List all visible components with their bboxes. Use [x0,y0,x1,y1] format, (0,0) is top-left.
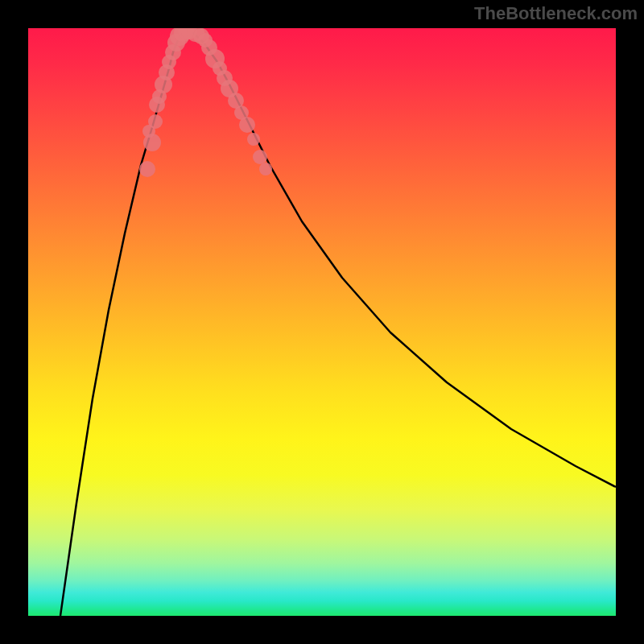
svg-point-0 [139,161,155,177]
svg-point-26 [247,133,260,146]
svg-point-3 [148,114,163,129]
svg-point-27 [253,150,267,164]
curve-line [60,31,616,616]
svg-point-25 [239,117,255,133]
scatter-points [139,28,272,177]
watermark-text: TheBottleneck.com [474,3,638,24]
plot-area [28,28,616,616]
chart-svg [28,28,616,616]
svg-point-28 [259,163,272,175]
